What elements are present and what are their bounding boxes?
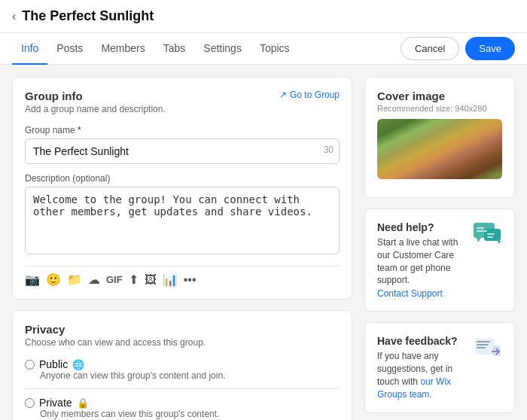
tab-topics[interactable]: Topics	[251, 33, 299, 65]
right-column: Cover image Recommended size: 940x280 Ne…	[364, 77, 515, 420]
tab-settings[interactable]: Settings	[194, 33, 251, 65]
svg-rect-11	[477, 347, 486, 348]
group-name-label: Group name *	[25, 125, 340, 135]
upload-icon[interactable]: ⬆	[129, 272, 139, 287]
privacy-radio-private[interactable]	[25, 398, 35, 408]
card-header: Group info Add a group name and descript…	[25, 90, 340, 125]
privacy-title: Privacy	[25, 323, 340, 336]
divider-1	[25, 388, 340, 389]
tab-members[interactable]: Members	[92, 33, 154, 65]
tab-list: Info Posts Members Tabs Settings Topics	[12, 33, 299, 64]
privacy-option-public: Public 🌐 Anyone can view this group's co…	[25, 358, 340, 381]
svg-marker-3	[498, 241, 501, 244]
page-title: The Perfect Sunlight	[22, 8, 154, 24]
go-to-group-link[interactable]: ↗ Go to Group	[279, 90, 340, 100]
cover-image-preview[interactable]	[377, 119, 502, 179]
need-help-card: Need help? Start a live chat with our Cu…	[364, 208, 515, 312]
need-help-text: Start a live chat with our Customer Care…	[377, 236, 471, 287]
tab-bar: Info Posts Members Tabs Settings Topics …	[0, 33, 527, 65]
privacy-option-public-row: Public 🌐	[25, 358, 340, 370]
cover-image-rec: Recommended size: 940x280	[377, 104, 502, 113]
privacy-radio-public[interactable]	[25, 360, 35, 370]
feedback-content: Have feedback? If you have any suggestio…	[377, 335, 471, 400]
chat-icon	[474, 221, 502, 247]
svg-marker-1	[477, 238, 481, 242]
privacy-label-private[interactable]: Private	[39, 397, 72, 409]
svg-rect-7	[487, 236, 493, 238]
svg-rect-4	[477, 227, 484, 229]
go-to-group-label: Go to Group	[290, 90, 340, 100]
main-layout: Group info Add a group name and descript…	[0, 65, 527, 420]
privacy-subtitle: Choose who can view and access this grou…	[25, 337, 340, 348]
tab-posts[interactable]: Posts	[47, 33, 92, 65]
left-column: Group info Add a group name and descript…	[12, 77, 352, 420]
svg-rect-10	[477, 344, 489, 345]
camera-icon[interactable]: 📷	[25, 272, 40, 287]
back-button[interactable]: ‹	[12, 10, 16, 23]
cover-img-inner	[377, 119, 502, 179]
privacy-desc-public: Anyone can view this group's content and…	[40, 370, 340, 381]
public-icon: 🌐	[72, 359, 84, 370]
description-input[interactable]: Welcome to the group! You can connect wi…	[25, 187, 340, 254]
privacy-option-private-row: Private 🔒	[25, 397, 340, 409]
cover-image-card: Cover image Recommended size: 940x280	[364, 77, 515, 198]
feedback-icon	[474, 335, 502, 361]
more-icon[interactable]: •••	[184, 273, 196, 287]
cancel-button[interactable]: Cancel	[401, 37, 459, 60]
svg-rect-5	[477, 230, 487, 232]
private-icon: 🔒	[77, 397, 89, 409]
top-bar: ‹ The Perfect Sunlight	[0, 0, 527, 33]
group-info-card: Group info Add a group name and descript…	[12, 77, 352, 300]
group-name-input[interactable]	[25, 138, 340, 164]
group-name-field: Group name * 30	[25, 125, 340, 164]
gif-icon[interactable]: GIF	[106, 274, 123, 285]
group-info-title: Group info	[25, 90, 166, 102]
description-field: Description (optional) Welcome to the gr…	[25, 173, 340, 257]
editor-toolbar: 📷 🙂 📁 ☁ GIF ⬆ 🖼 📊 •••	[25, 266, 340, 287]
need-help-title: Need help?	[377, 221, 471, 233]
privacy-desc-private: Only members can view this group's conte…	[40, 409, 340, 419]
svg-rect-9	[477, 341, 490, 342]
feedback-title: Have feedback?	[377, 335, 471, 347]
privacy-label-public[interactable]: Public	[39, 358, 68, 370]
emoji-icon[interactable]: 🙂	[46, 272, 61, 287]
need-help-content: Need help? Start a live chat with our Cu…	[377, 221, 471, 299]
privacy-option-private: Private 🔒 Only members can view this gro…	[25, 397, 340, 419]
feedback-card: Have feedback? If you have any suggestio…	[364, 322, 515, 413]
contact-support-link[interactable]: Contact Support	[377, 288, 443, 299]
privacy-card: Privacy Choose who can view and access t…	[12, 310, 352, 420]
folder-icon[interactable]: 📁	[67, 272, 82, 287]
feedback-row: Have feedback? If you have any suggestio…	[377, 335, 502, 400]
description-label: Description (optional)	[25, 173, 340, 184]
card-info-titles: Group info Add a group name and descript…	[25, 90, 166, 125]
chart-icon[interactable]: 📊	[163, 272, 178, 287]
external-link-icon: ↗	[279, 90, 287, 100]
tab-info[interactable]: Info	[12, 33, 47, 65]
char-count: 30	[324, 145, 334, 155]
image-icon[interactable]: 🖼	[145, 273, 157, 287]
feedback-text: If you have any suggestions, get in touc…	[377, 350, 471, 400]
cloud-icon[interactable]: ☁	[88, 272, 100, 287]
save-button[interactable]: Save	[465, 37, 515, 60]
tab-tabs[interactable]: Tabs	[154, 33, 195, 65]
need-help-row: Need help? Start a live chat with our Cu…	[377, 221, 502, 299]
group-info-subtitle: Add a group name and description.	[25, 104, 166, 114]
cover-image-title: Cover image	[377, 90, 502, 102]
svg-rect-6	[487, 233, 495, 235]
action-buttons: Cancel Save	[401, 37, 515, 60]
